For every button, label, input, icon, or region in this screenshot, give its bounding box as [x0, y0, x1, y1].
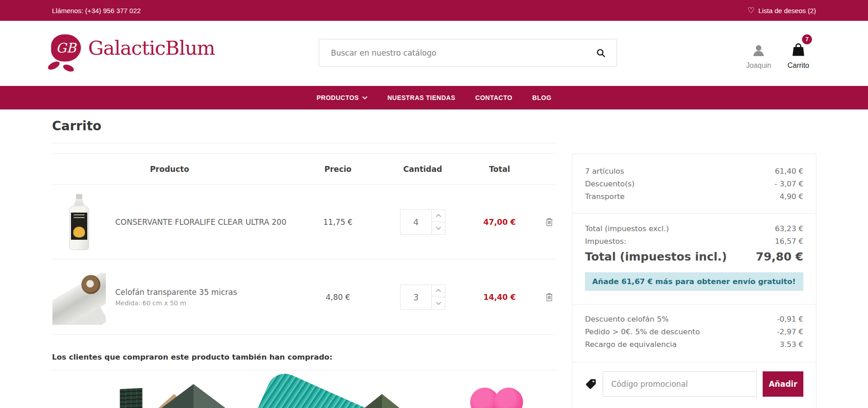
account-name: Joaquin [746, 62, 771, 70]
logo-monogram-icon: GB [51, 34, 81, 62]
search-input[interactable] [330, 48, 596, 58]
quantity-stepper [400, 209, 445, 235]
nav-blog[interactable]: BLOG [532, 94, 551, 101]
quantity-up-icon[interactable] [432, 210, 445, 222]
product-name[interactable]: Celofán transparente 35 micras [115, 288, 287, 297]
green-pyramid-image[interactable] [382, 394, 416, 408]
divider [572, 213, 816, 213]
promo-code-row: Añadir [585, 371, 803, 397]
quantity-down-icon[interactable] [432, 222, 445, 234]
summary-line-transporte: Transporte4,90 € [585, 190, 803, 203]
recommended-products-strip [52, 373, 556, 405]
quantity-input[interactable] [401, 285, 431, 309]
adjustment-descuento-celofan: Descuento celofán 5%-0,91 € [585, 313, 803, 326]
unit-price: 11,75 € [287, 218, 389, 227]
account-link[interactable]: Joaquin [737, 38, 780, 70]
product-image-conservante[interactable] [52, 185, 106, 259]
tag-icon [585, 378, 597, 390]
logo-leaf-icon [62, 63, 75, 73]
remove-item-button[interactable] [542, 292, 556, 303]
summary-taxes: Impuestos:16,57 € [585, 235, 803, 248]
cart-row: CONSERVANTE FLORALIFE CLEAR ULTRA 200 11… [52, 185, 556, 260]
line-total: 47,00 € [457, 218, 542, 227]
divider [52, 143, 556, 143]
cart-table-header: Producto Precio Cantidad Total [52, 154, 556, 185]
quantity-input[interactable] [401, 210, 431, 234]
pink-heart-image[interactable] [494, 388, 523, 408]
divider [52, 370, 556, 370]
page-title: Carrito [52, 119, 556, 133]
product-name[interactable]: CONSERVANTE FLORALIFE CLEAR ULTRA 200 [115, 218, 287, 227]
cart-section: Carrito Producto Precio Cantidad Total C… [52, 109, 556, 408]
header: GB GalacticBlum Joaquin 7 Car [0, 21, 868, 86]
heart-icon: ♡ [747, 6, 755, 14]
product-image-celofan[interactable] [52, 260, 106, 334]
adjustment-recargo: Recargo de equivalencia3.53 € [585, 338, 803, 351]
column-cantidad: Cantidad [389, 165, 457, 174]
column-total: Total [457, 165, 542, 174]
trash-icon [544, 217, 554, 228]
cart-count-badge: 7 [802, 34, 812, 44]
wishlist-label: Lista de deseos (2) [758, 7, 816, 14]
summary-line-articles: 7 artículos61,40 € [585, 165, 803, 178]
column-producto: Producto [52, 165, 287, 174]
cellophane-roll-image [52, 270, 106, 325]
nav-productos[interactable]: PRODUCTOS [316, 94, 368, 101]
divider [572, 304, 816, 305]
trash-icon [544, 292, 554, 303]
divider [572, 362, 816, 362]
chevron-down-icon [362, 96, 368, 100]
wishlist-link[interactable]: ♡ Lista de deseos (2) [747, 6, 816, 14]
nav-nuestras-tiendas[interactable]: NUESTRAS TIENDAS [387, 94, 455, 101]
top-bar: Llámenos: (+34) 956 377 022 ♡ Lista de d… [0, 0, 868, 21]
nav-contacto[interactable]: CONTACTO [475, 94, 512, 101]
logo-leaf-icon [47, 60, 61, 71]
summary-line-descuentos: Descuento(s)- 3,07 € [585, 178, 803, 190]
summary-total-excl: Total (impuestos excl.)63,23 € [585, 223, 803, 235]
cart-row: Celofán transparente 35 micras Medida: 6… [52, 260, 556, 335]
brand-name: GalacticBlum [88, 37, 215, 59]
search-icon[interactable] [596, 48, 606, 58]
line-total: 14,40 € [457, 293, 542, 302]
bottle-image [69, 194, 89, 250]
teal-roll-image[interactable] [245, 368, 375, 408]
phone-text: Llámenos: (+34) 956 377 022 [52, 7, 141, 14]
remove-item-button[interactable] [542, 217, 556, 228]
column-precio: Precio [287, 165, 389, 174]
main-nav: PRODUCTOS NUESTRAS TIENDAS CONTACTO BLOG [0, 86, 868, 109]
quantity-stepper [400, 285, 445, 310]
logo[interactable]: GB GalacticBlum [51, 34, 215, 62]
unit-price: 4,80 € [287, 293, 389, 302]
cart-link[interactable]: 7 Carrito [779, 38, 817, 70]
cart-summary-card: 7 artículos61,40 € Descuento(s)- 3,07 € … [572, 154, 816, 408]
user-icon [751, 43, 766, 58]
cart-label: Carrito [788, 62, 809, 70]
adjustment-pedido: Pedido > 0€. 5% de descuento-2,97 € [585, 326, 803, 338]
product-variant: Medida: 60 cm x 50 m [115, 299, 287, 307]
free-shipping-banner: Añade 61,67 € más para obtener envío gra… [585, 272, 803, 291]
search-box [319, 39, 617, 66]
promo-code-input[interactable] [603, 371, 757, 397]
quantity-up-icon[interactable] [432, 285, 445, 297]
dark-pyramid-image[interactable] [193, 384, 248, 408]
promo-add-button[interactable]: Añadir [763, 371, 803, 397]
shopping-bag-icon [790, 42, 807, 58]
recommendations-heading: Los clientes que compraron este producto… [52, 353, 556, 361]
summary-total-incl: Total (impuestos incl.)79,80 € [585, 250, 803, 263]
quantity-down-icon[interactable] [432, 297, 445, 309]
